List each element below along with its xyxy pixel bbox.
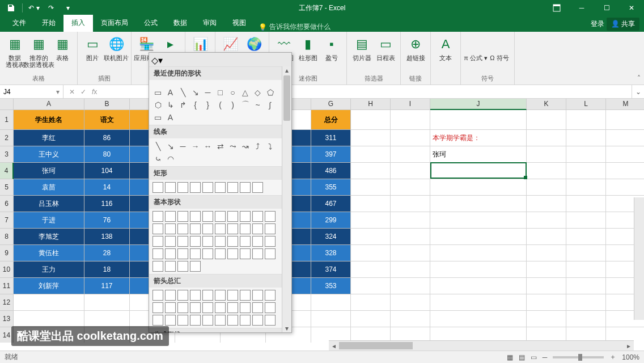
cell[interactable]: 76	[84, 212, 130, 229]
column-header[interactable]: H	[351, 99, 391, 110]
cell[interactable]	[430, 311, 527, 327]
shape-icon[interactable]	[202, 182, 213, 193]
shape-icon[interactable]	[252, 302, 263, 313]
shape-icon[interactable]	[177, 290, 188, 301]
shape-icon[interactable]	[190, 248, 201, 259]
cell[interactable]	[311, 294, 351, 311]
ribbon-tab-审阅[interactable]: 审阅	[195, 15, 224, 32]
cell[interactable]: 张珂	[14, 163, 84, 179]
column-header[interactable]: I	[391, 99, 430, 110]
shape-icon[interactable]	[215, 248, 226, 259]
column-header[interactable]: L	[566, 99, 606, 110]
shape-icon[interactable]: →	[190, 141, 201, 151]
cell[interactable]	[351, 130, 391, 146]
cell[interactable]	[430, 212, 527, 229]
shape-icon[interactable]	[202, 211, 213, 222]
shape-icon[interactable]	[190, 302, 201, 313]
shape-icon[interactable]	[265, 236, 276, 247]
shape-icon[interactable]: A	[165, 112, 176, 123]
view-break-icon[interactable]: ▭	[531, 353, 537, 361]
shapes-panel-scrollbar[interactable]: ▴▾	[282, 66, 291, 332]
cell[interactable]	[566, 179, 606, 196]
cell[interactable]	[351, 261, 391, 278]
shape-icon[interactable]	[252, 236, 263, 247]
ribbon-button[interactable]: ▮柱形图	[296, 34, 319, 61]
cell[interactable]	[606, 179, 644, 196]
cell[interactable]	[351, 196, 391, 212]
shape-icon[interactable]: ◠	[165, 153, 176, 164]
redo-button[interactable]: ↷	[44, 2, 58, 14]
shape-icon[interactable]	[152, 211, 163, 222]
shape-icon[interactable]	[227, 315, 238, 326]
cell[interactable]: 86	[84, 130, 130, 146]
shape-icon[interactable]	[202, 302, 213, 313]
cell[interactable]: 吕玉林	[14, 196, 84, 212]
ribbon-tab-文件[interactable]: 文件	[5, 15, 34, 32]
shape-icon[interactable]	[202, 223, 213, 234]
cell[interactable]	[430, 179, 527, 196]
shape-icon[interactable]	[202, 315, 213, 326]
cell[interactable]	[430, 278, 527, 294]
shape-icon-grid[interactable]: ▭A╲↘─□○△◇⬠⬡↳↱{}()⌒~∫▭A	[149, 85, 282, 125]
shape-icon[interactable]: ∫	[265, 99, 276, 110]
cell[interactable]	[84, 311, 130, 327]
shape-icon[interactable]	[227, 290, 238, 301]
ribbon-button[interactable]: ▭图片	[81, 34, 104, 61]
shape-icon-grid[interactable]	[149, 180, 282, 195]
zoom-level[interactable]: 100%	[622, 353, 639, 361]
shape-icon[interactable]: ↘	[165, 141, 176, 151]
tell-me-field[interactable]: 💡 告诉我你想要做什么	[259, 22, 331, 32]
cell[interactable]	[566, 294, 606, 311]
shape-icon[interactable]	[265, 223, 276, 234]
shape-icon[interactable]	[152, 315, 163, 326]
cell[interactable]	[566, 278, 606, 294]
shape-icon[interactable]	[252, 223, 263, 234]
shape-icon[interactable]	[177, 236, 188, 247]
row-header[interactable]: 11	[0, 278, 14, 294]
ribbon-tab-开始[interactable]: 开始	[34, 15, 63, 32]
ribbon-tab-数据[interactable]: 数据	[166, 15, 195, 32]
shape-icon[interactable]	[215, 182, 226, 193]
shape-icon[interactable]	[177, 248, 188, 259]
ribbon-button[interactable]: ▪盈亏	[320, 34, 343, 61]
shape-icon[interactable]	[190, 223, 201, 234]
shape-icon[interactable]	[152, 236, 163, 247]
cell[interactable]	[391, 179, 430, 196]
shapes-recent-grid[interactable]	[149, 80, 282, 85]
cell[interactable]	[566, 229, 606, 245]
cell[interactable]	[351, 245, 391, 261]
ribbon-button[interactable]: ▦推荐的 数据透视表	[27, 34, 50, 68]
cell[interactable]	[566, 212, 606, 229]
view-page-icon[interactable]: ▤	[519, 353, 525, 361]
shape-icon[interactable]	[165, 302, 176, 313]
close-button[interactable]: ✕	[619, 0, 644, 16]
cell[interactable]: 104	[84, 163, 130, 179]
select-all-triangle[interactable]	[0, 99, 14, 110]
row-header[interactable]: 7	[0, 212, 14, 229]
shape-icon[interactable]	[265, 248, 276, 259]
shape-icon[interactable]: ↱	[177, 99, 188, 110]
cell[interactable]	[566, 196, 606, 212]
cell[interactable]	[527, 146, 566, 163]
shape-icon[interactable]: ⇄	[215, 141, 226, 151]
collapse-ribbon-icon[interactable]: ˄	[637, 74, 641, 82]
shape-icon[interactable]	[227, 211, 238, 222]
shape-icon[interactable]	[152, 182, 163, 193]
shape-icon[interactable]	[165, 236, 176, 247]
cell[interactable]	[527, 311, 566, 327]
row-headers[interactable]: 1234567891011121314	[0, 110, 14, 343]
shape-icon[interactable]: ▭	[152, 87, 163, 98]
cell[interactable]: 张珂	[430, 146, 527, 163]
shape-icon[interactable]: △	[240, 87, 251, 98]
shape-icon[interactable]	[165, 182, 176, 193]
shape-icon[interactable]: ╲	[177, 87, 188, 98]
shape-icon[interactable]	[252, 290, 263, 301]
shape-icon-grid[interactable]: ╲↘─→↔⇄⤳↝⤴⤵⤿◠	[149, 138, 282, 166]
row-header[interactable]: 2	[0, 130, 14, 146]
cell[interactable]	[391, 212, 430, 229]
cell[interactable]	[527, 294, 566, 311]
cell[interactable]: 328	[311, 245, 351, 261]
cell[interactable]: 299	[311, 212, 351, 229]
minimize-button[interactable]: ─	[569, 0, 594, 16]
cell[interactable]: 486	[311, 163, 351, 179]
